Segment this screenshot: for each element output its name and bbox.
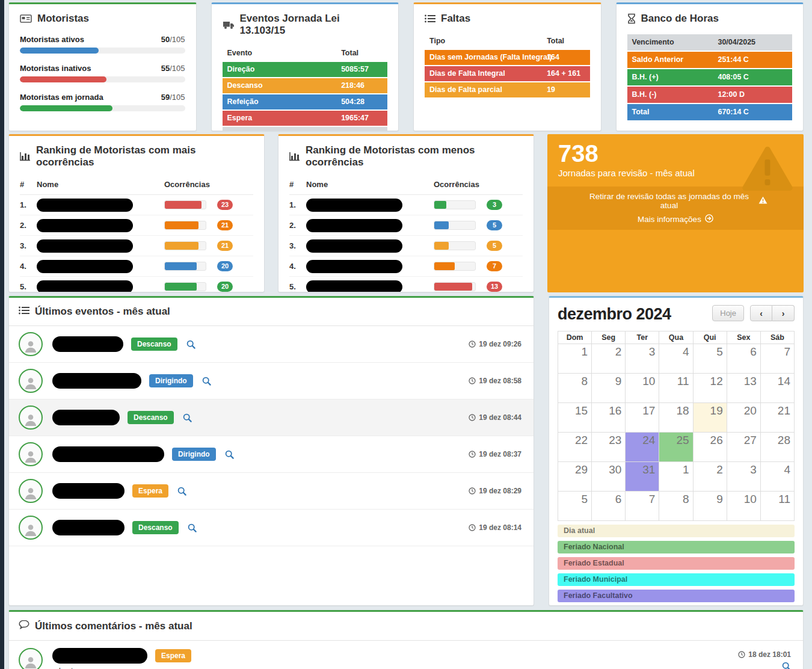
- event-row: Descanso19 dez 08:14: [9, 510, 534, 546]
- clock-icon: [469, 377, 476, 384]
- calendar-cell[interactable]: 19: [693, 403, 727, 433]
- col-nome: Nome: [37, 180, 164, 189]
- more-info-link[interactable]: Mais informações: [638, 214, 713, 224]
- today-button[interactable]: Hoje: [712, 305, 744, 321]
- calendar-day-header-row: DomSegTerQuaQuiSexSáb: [558, 331, 795, 344]
- calendar-cell[interactable]: 9: [693, 492, 727, 521]
- search-icon[interactable]: [782, 662, 791, 669]
- row-label: Dias de Falta parcial: [429, 85, 502, 94]
- event-row: Espera19 dez 08:29: [9, 473, 534, 510]
- ranking-position: 5.: [289, 282, 306, 291]
- calendar-cell[interactable]: 27: [727, 433, 760, 462]
- table-row: B.H. (+)408:05 C: [627, 69, 793, 85]
- card-title-text: Faltas: [441, 13, 470, 25]
- eventos-table-header: Evento Total: [223, 46, 388, 60]
- calendar-week-row: 891011121314: [558, 374, 795, 403]
- comment-body: Esperaabastecer: [52, 648, 191, 669]
- col-rank: #: [20, 180, 37, 189]
- calendar-cell[interactable]: 12: [693, 374, 727, 403]
- calendar-cell[interactable]: 6: [727, 344, 760, 374]
- calendar-cell[interactable]: 1: [659, 462, 693, 492]
- calendar-cell[interactable]: 2: [592, 344, 626, 374]
- calendar-cell[interactable]: 25: [659, 433, 693, 462]
- search-icon[interactable]: [177, 487, 186, 496]
- calendar-cell[interactable]: 1: [558, 344, 592, 374]
- calendar-cell[interactable]: 4: [760, 462, 794, 492]
- redacted-driver-name: [52, 410, 120, 425]
- driver-progress-label: Motoristas inativos: [20, 64, 91, 73]
- search-icon[interactable]: [202, 377, 211, 386]
- calendar-cell[interactable]: 16: [592, 403, 626, 433]
- occurrence-badge: 21: [217, 241, 233, 251]
- calendar-cell[interactable]: 18: [659, 403, 693, 433]
- calendar-cell[interactable]: 20: [727, 403, 760, 433]
- prev-month-button[interactable]: ‹: [750, 305, 772, 321]
- calendar-cell[interactable]: 11: [659, 374, 693, 403]
- search-icon[interactable]: [186, 340, 195, 349]
- calendar-cell[interactable]: 3: [727, 462, 760, 492]
- calendar-grid: DomSegTerQuaQuiSexSáb 123456789101112131…: [558, 331, 795, 521]
- calendar-cell[interactable]: 8: [558, 374, 592, 403]
- calendar-cell[interactable]: 5: [558, 492, 592, 521]
- calendar-cell[interactable]: 8: [659, 492, 693, 521]
- ranking-metrics: 21: [164, 220, 253, 230]
- calendar-day-name: Sáb: [760, 331, 794, 344]
- search-icon[interactable]: [225, 450, 234, 459]
- ranking-menos-header: # Nome Ocorrências: [289, 174, 523, 195]
- col-tipo: Tipo: [429, 37, 445, 45]
- row-value: 5085:57: [341, 62, 369, 77]
- card-eventos-jornada: Eventos Jornada Lei 13.103/15 Evento Tot…: [211, 2, 399, 131]
- calendar-cell[interactable]: 14: [760, 374, 794, 403]
- calendar-cell[interactable]: 4: [659, 344, 693, 374]
- calendar-cell[interactable]: 24: [626, 433, 659, 462]
- calendar-cell[interactable]: 26: [693, 433, 727, 462]
- redacted-driver-name: [37, 260, 133, 273]
- calendar-cell[interactable]: 7: [760, 344, 794, 374]
- calendar-cell[interactable]: 5: [693, 344, 727, 374]
- calendar-cell[interactable]: 23: [592, 433, 626, 462]
- calendar-cell[interactable]: 30: [592, 462, 626, 492]
- calendar-cell[interactable]: 17: [626, 403, 659, 433]
- person-icon: [23, 449, 38, 465]
- row-label: Total: [632, 108, 650, 116]
- calendar-legend-item: Feriado Estadual: [558, 557, 795, 570]
- calendar-cell[interactable]: 7: [626, 492, 659, 521]
- redacted-driver-name: [306, 280, 402, 293]
- calendar-legend-item: Dia atual: [558, 525, 795, 537]
- calendar-cell[interactable]: 21: [760, 403, 794, 433]
- driver-progress-labels: Motoristas inativos55/105: [20, 64, 185, 73]
- remove-review-link[interactable]: Retirar de revisão todas as jornadas do …: [583, 192, 767, 210]
- row-value: 670:14 C: [718, 104, 748, 120]
- calendar-cell[interactable]: 9: [592, 374, 626, 403]
- calendar-cell[interactable]: 3: [626, 344, 659, 374]
- driver-avatar: [19, 405, 43, 430]
- calendar-cell[interactable]: 13: [727, 374, 760, 403]
- occurrence-bar: [164, 282, 206, 291]
- banco-horas-table: Vencimento30/04/2025Saldo Anterior251:44…: [627, 34, 793, 120]
- card-calendar: dezembro 2024 Hoje ‹ › DomSegTerQuaQuiSe…: [549, 296, 804, 606]
- calendar-cell[interactable]: 10: [626, 374, 659, 403]
- clock-icon: [469, 524, 476, 531]
- next-month-button[interactable]: ›: [772, 305, 795, 321]
- calendar-cell[interactable]: 31: [626, 462, 659, 492]
- event-status-badge: Descanso: [132, 521, 179, 534]
- calendar-cell[interactable]: 2: [693, 462, 727, 492]
- section-title-text: Últimos comentários - mês atual: [35, 620, 192, 632]
- driver-progress-label: Motoristas ativos: [20, 35, 84, 44]
- calendar-cell[interactable]: 29: [558, 462, 592, 492]
- calendar-cell[interactable]: 15: [558, 403, 592, 433]
- search-icon[interactable]: [188, 523, 197, 532]
- search-icon[interactable]: [183, 413, 192, 422]
- calendar-cell[interactable]: 28: [760, 433, 794, 462]
- calendar-week-row: 1234567: [558, 344, 795, 374]
- id-card-icon: [20, 14, 32, 23]
- driver-avatar: [19, 442, 43, 466]
- ranking-metrics: 20: [164, 261, 253, 271]
- calendar-day-name: Dom: [558, 331, 592, 344]
- calendar-cell[interactable]: 22: [558, 433, 592, 462]
- calendar-cell[interactable]: 11: [760, 492, 794, 521]
- occurrence-badge: 20: [217, 282, 233, 292]
- event-status-badge: Descanso: [128, 411, 174, 424]
- calendar-cell[interactable]: 10: [727, 492, 760, 521]
- calendar-cell[interactable]: 6: [592, 492, 626, 521]
